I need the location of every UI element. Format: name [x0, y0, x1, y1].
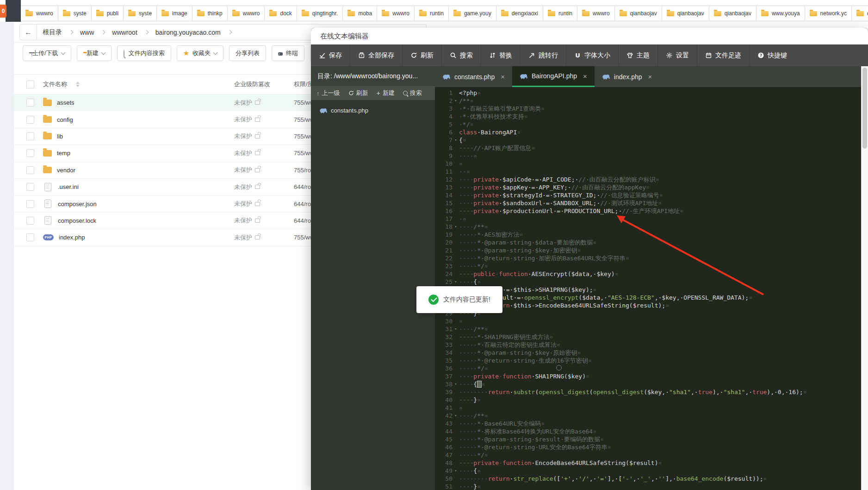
bookmark-item[interactable]: runtin: [543, 6, 577, 21]
bookmark-item[interactable]: www.youya: [756, 6, 805, 21]
sidebar-nav-搜索[interactable]: 搜索: [403, 89, 422, 97]
line-number[interactable]: 13: [435, 183, 453, 191]
row-checkbox[interactable]: [26, 200, 34, 208]
file-name-cell[interactable]: temp: [43, 150, 70, 157]
bookmark-item[interactable]: runtin: [414, 6, 449, 21]
select-all-checkbox[interactable]: [26, 81, 34, 88]
editor-toolbar-button-快捷键[interactable]: ?快捷键: [749, 44, 795, 66]
fold-caret-icon[interactable]: ▾: [453, 412, 459, 420]
file-name-cell[interactable]: assets: [43, 99, 74, 106]
bookmark-item[interactable]: qianbaojav: [614, 6, 662, 21]
editor-toolbar-button-跳转行[interactable]: 跳转行: [520, 44, 566, 66]
line-number[interactable]: 32: [435, 333, 453, 341]
line-number[interactable]: 30: [435, 317, 453, 325]
bookmark-item[interactable]: qingtinghr.: [297, 6, 343, 21]
line-number[interactable]: 2: [435, 97, 453, 105]
line-number[interactable]: 51: [435, 483, 453, 490]
line-number[interactable]: 50: [435, 475, 453, 483]
bookmark-item[interactable]: thinkp: [192, 6, 228, 21]
row-checkbox[interactable]: [26, 166, 34, 174]
bookmark-item[interactable]: moba: [342, 6, 377, 21]
line-number[interactable]: 22: [435, 254, 453, 262]
line-number[interactable]: 42: [435, 412, 453, 420]
row-checkbox[interactable]: [26, 149, 34, 157]
line-number[interactable]: 17: [435, 215, 453, 223]
fold-caret-icon[interactable]: ▾: [453, 278, 459, 286]
bookmark-item[interactable]: qingtinghr.: [851, 6, 868, 21]
line-number[interactable]: 9: [435, 152, 453, 160]
line-number[interactable]: 36: [435, 364, 453, 372]
row-checkbox[interactable]: [26, 116, 34, 124]
fold-caret-icon[interactable]: ▾: [453, 380, 459, 388]
line-number[interactable]: 43: [435, 420, 453, 427]
row-checkbox[interactable]: [26, 99, 34, 107]
bookmark-item[interactable]: wwwro: [21, 6, 58, 21]
editor-toolbar-button-主题[interactable]: 主题: [618, 44, 657, 66]
line-number[interactable]: 40: [435, 396, 453, 404]
editor-scrollbar[interactable]: [861, 66, 868, 490]
edge-badge[interactable]: 0: [0, 5, 6, 18]
bookmark-item[interactable]: image: [156, 6, 192, 21]
editor-toolbar-button-保存[interactable]: 保存: [311, 44, 350, 66]
line-number[interactable]: 47: [435, 451, 453, 459]
fold-caret-icon[interactable]: ▾: [453, 467, 459, 475]
line-number[interactable]: 45: [435, 435, 453, 443]
file-toolbar-button-分享列表[interactable]: 分享列表: [229, 45, 266, 61]
bookmark-item[interactable]: wwwro: [377, 6, 415, 21]
breadcrumb-item[interactable]: www: [74, 29, 99, 36]
bookmark-item[interactable]: game.youy: [448, 6, 496, 21]
line-number[interactable]: 15: [435, 199, 453, 207]
sidebar-nav-上一级[interactable]: ↑上一级: [316, 89, 340, 97]
editor-tab-constants.php[interactable]: constants.php×: [435, 66, 512, 87]
file-toolbar-button-收藏夹[interactable]: ★收藏夹: [177, 45, 223, 61]
bookmark-item[interactable]: syste: [123, 6, 157, 21]
line-number[interactable]: 21: [435, 246, 453, 254]
editor-toolbar-button-字体大小[interactable]: U字体大小: [566, 44, 618, 66]
editor-tab-BairongAPI.php[interactable]: BairongAPI.php×: [512, 66, 595, 87]
file-name-cell[interactable]: vendor: [43, 167, 75, 174]
line-number[interactable]: 16: [435, 207, 453, 215]
bookmark-item[interactable]: wwwro: [577, 6, 615, 21]
line-number[interactable]: 46: [435, 443, 453, 451]
row-checkbox[interactable]: [26, 233, 34, 241]
editor-toolbar-button-设置[interactable]: 设置: [657, 44, 697, 66]
bookmark-item[interactable]: wwwro: [227, 6, 265, 21]
fold-caret-icon[interactable]: ▾: [453, 136, 459, 144]
line-number[interactable]: 49: [435, 467, 453, 475]
line-number[interactable]: 20: [435, 239, 453, 246]
row-checkbox[interactable]: [26, 183, 34, 191]
sidebar-nav-刷新[interactable]: 刷新: [348, 89, 368, 97]
line-number[interactable]: 8: [435, 144, 453, 152]
fold-caret-icon[interactable]: ▾: [453, 325, 459, 333]
sidebar-nav-新建[interactable]: +新建: [377, 89, 395, 97]
tree-item[interactable]: constants.php: [311, 104, 435, 117]
editor-toolbar-button-文件足迹[interactable]: 文件足迹: [697, 44, 749, 66]
row-checkbox[interactable]: [26, 217, 34, 225]
line-number[interactable]: 3: [435, 105, 453, 113]
file-name-cell[interactable]: lib: [43, 133, 63, 140]
editor-toolbar-button-替换[interactable]: 替换: [481, 44, 520, 66]
file-toolbar-button-文件内容搜索[interactable]: 文件内容搜索: [117, 45, 171, 61]
bookmark-item[interactable]: dock: [264, 6, 297, 21]
file-name-cell[interactable]: composer.json: [43, 200, 97, 208]
bookmark-item[interactable]: dengxiaoxi: [496, 6, 543, 21]
line-number[interactable]: 34: [435, 349, 453, 357]
line-number[interactable]: 23: [435, 262, 453, 270]
scrollbar-thumb[interactable]: [862, 68, 867, 149]
file-name-cell[interactable]: config: [43, 116, 73, 123]
breadcrumb-item[interactable]: bairong.youyacao.com: [150, 29, 226, 36]
line-number[interactable]: 35: [435, 357, 453, 364]
tab-close-icon[interactable]: ×: [583, 72, 587, 80]
line-number[interactable]: 39: [435, 388, 453, 396]
line-number[interactable]: 38: [435, 380, 453, 388]
line-number[interactable]: 18: [435, 223, 453, 231]
line-number[interactable]: 33: [435, 341, 453, 349]
line-number[interactable]: 44: [435, 427, 453, 435]
line-number[interactable]: 7: [435, 136, 453, 144]
file-name-cell[interactable]: composer.lock: [43, 216, 96, 225]
sort-icon[interactable]: [76, 82, 80, 87]
editor-toolbar-button-全部保存[interactable]: 全部保存: [350, 44, 402, 66]
fold-caret-icon[interactable]: ▾: [453, 97, 459, 105]
line-number[interactable]: 4: [435, 113, 453, 120]
tab-close-icon[interactable]: ×: [648, 73, 652, 81]
